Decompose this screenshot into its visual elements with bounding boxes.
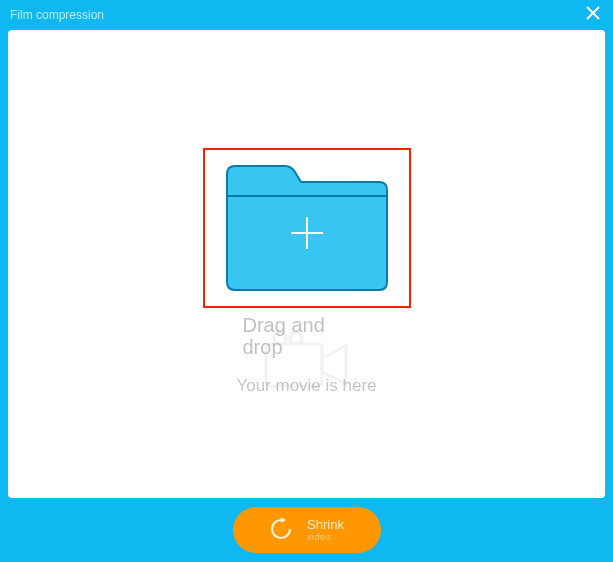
close-icon bbox=[586, 6, 600, 24]
titlebar: Film compression bbox=[0, 0, 613, 30]
dropzone-subtitle: Your movie is here bbox=[236, 376, 376, 396]
content-card: Drag and drop Your movie is here bbox=[8, 30, 605, 498]
shrink-button-sublabel: video bbox=[307, 533, 331, 542]
shrink-button-text: Shrink video bbox=[307, 518, 344, 542]
plus-icon bbox=[289, 215, 325, 251]
refresh-icon bbox=[269, 517, 293, 544]
file-dropzone[interactable] bbox=[203, 148, 411, 308]
app-window: Film compression bbox=[0, 0, 613, 562]
dropzone-label-line2: drop bbox=[243, 336, 283, 358]
folder-icon bbox=[221, 162, 393, 294]
action-bar: Shrink video bbox=[0, 498, 613, 562]
dropzone-label-line1: Drag and bbox=[243, 314, 325, 336]
shrink-button[interactable]: Shrink video bbox=[233, 507, 381, 553]
window-title: Film compression bbox=[10, 8, 104, 22]
close-button[interactable] bbox=[583, 5, 603, 25]
dropzone-label: Drag and drop bbox=[203, 314, 411, 358]
shrink-button-label: Shrink bbox=[307, 518, 344, 531]
